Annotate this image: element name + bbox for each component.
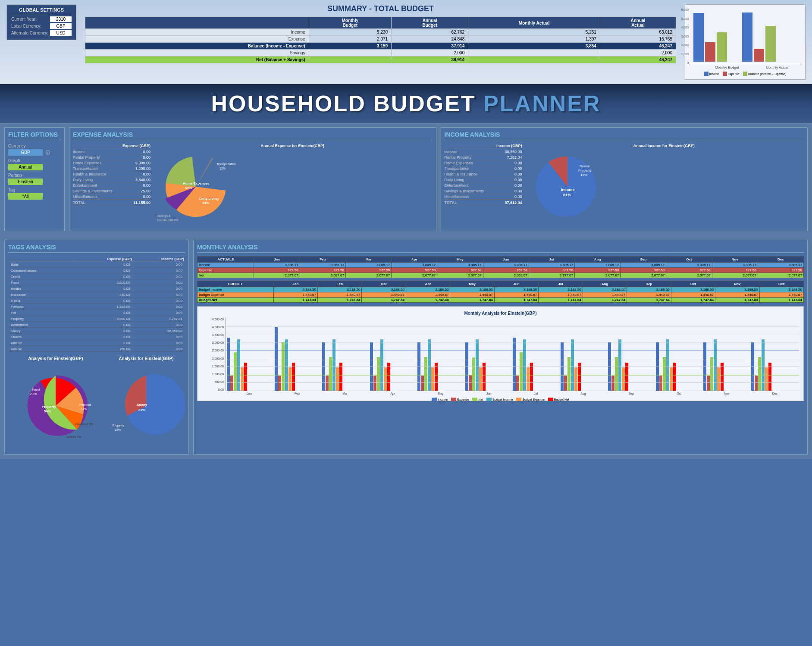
tag-expense-cell: 0.00: [75, 310, 132, 316]
month-feb-bars: [275, 327, 322, 391]
actuals-expense-row: Expense 927.50927.50927.50927.50927.5095…: [198, 268, 804, 273]
current-year-value: 2010: [50, 16, 72, 22]
income-monthly-budget: 5,230: [309, 29, 392, 36]
mar-expense-bar: [326, 376, 329, 391]
svg-text:Food: Food: [32, 388, 40, 392]
tag-expense-cell: 0.00: [75, 274, 132, 279]
x-mar: Mar: [342, 392, 348, 395]
nov-budget-net-bar: [721, 363, 724, 391]
actuals-aug: Aug: [574, 257, 620, 263]
tags-analysis-panel: TAGS ANALYSIS Expense (GBP) Income (GBP)…: [4, 240, 189, 455]
expense-savings-row: Savings & Investments25.00: [73, 188, 150, 194]
tags-table-row: Property 6,000.00 7,262.04: [9, 317, 184, 322]
month-mar-bars: [322, 339, 370, 391]
may-income-bar: [417, 342, 420, 391]
sep-net-bar: [615, 357, 618, 391]
person-filter: Person Einstein: [8, 173, 61, 185]
balance-bar-actual: [765, 26, 776, 62]
tags-income-pie: Analysis for Einstein(GBP) Salary 81% Pr…: [107, 356, 185, 451]
income-bar-fill: [693, 13, 704, 62]
actuals-jan: Jan: [254, 257, 300, 263]
tag-income-cell: 0.00: [133, 274, 184, 279]
svg-text:Vehicle 7%: Vehicle 7%: [66, 436, 82, 439]
local-currency-row: Local Currency: GBP: [11, 23, 72, 29]
income-analysis-panel: INCOME ANALYSIS Income (GBP) Income30,35…: [441, 127, 808, 231]
x-jan: Jan: [247, 392, 252, 395]
mar-budget-expense-bar: [336, 367, 339, 391]
oct-budget-net-bar: [673, 363, 676, 391]
mar-budget-income-bar: [332, 339, 335, 391]
person-label: Person: [8, 173, 61, 178]
expense-bar-fill: [705, 42, 715, 62]
budget-jun: Jun: [494, 281, 538, 287]
income-health-row: Health & Insurance0.00: [445, 172, 522, 177]
tag-income-cell: 0.00: [133, 310, 184, 316]
month-may-bars: [417, 339, 465, 391]
income-bar-monthly: [693, 13, 704, 62]
current-year-label: Current Year:: [11, 17, 50, 22]
budget-jul: Jul: [539, 281, 583, 287]
feb-expense-bar: [278, 376, 281, 391]
y-label-4000: 4,000: [674, 26, 689, 29]
budget-aug: Aug: [583, 281, 627, 287]
svg-text:Daily Living: Daily Living: [199, 197, 219, 201]
tag-expense-cell: 0.00: [75, 262, 132, 267]
budget-nov: Nov: [715, 281, 759, 287]
budget-expense-row: Budget Expense 1,440.671,440.671,440.671…: [198, 292, 804, 298]
actuals-expense-label: Expense: [198, 268, 254, 273]
graph-value[interactable]: Annual: [8, 164, 43, 170]
x-may: May: [438, 392, 443, 395]
main-analysis-row: FILTER OPTIONS Currency GBP ⓘ Graph Annu…: [0, 123, 812, 235]
currency-value[interactable]: GBP: [8, 149, 43, 156]
income-home-row: Home Expenses0.00: [445, 160, 522, 166]
tag-value[interactable]: *All: [8, 193, 43, 200]
expense-annual-budget: 24,848: [392, 36, 468, 43]
legend-budget-net-monthly: Budget Net: [548, 398, 569, 401]
y-4500: 4,500.00: [212, 318, 224, 321]
may-budget-income-bar: [428, 339, 431, 391]
budget-table: BUDGET Jan Feb Mar Apr May Jun Jul Aug S…: [197, 281, 804, 303]
tags-table-row: Salary 0.00 30,350.00: [9, 329, 184, 334]
legend-net-monthly: Net: [472, 398, 483, 401]
may-expense-bar: [421, 376, 424, 391]
bottom-section: TAGS ANALYSIS Expense (GBP) Income (GBP)…: [0, 235, 812, 459]
legend-budget-income-monthly: Budget Income: [486, 398, 513, 401]
y-1000: 1,000.00: [212, 373, 224, 376]
svg-text:Investments 0%: Investments 0%: [157, 219, 179, 222]
budget-income-label: Budget Income: [198, 287, 274, 292]
y-label-1000: 1,000: [674, 53, 689, 56]
sep-budget-net-bar: [625, 363, 628, 391]
tag-name-cell: Utilities: [9, 341, 75, 346]
tags-income-pie-svg: Salary 81% Property 19%: [107, 363, 185, 449]
jul-income-bar: [513, 338, 516, 391]
svg-text:Insurance 5%: Insurance 5%: [75, 423, 94, 426]
expense-transport-row: Transportation1,290.00: [73, 166, 150, 172]
actuals-net-label: Net: [198, 273, 254, 278]
apr-expense-bar: [373, 376, 376, 391]
feb-budget-net-bar: [292, 363, 295, 391]
tags-table-row: Media 0.00 0.00: [9, 298, 184, 304]
income-col-header: Income (GBP): [445, 144, 522, 148]
tag-name-cell: Salary: [9, 329, 75, 334]
balance-monthly-actual: 3,854: [468, 43, 600, 50]
tag-income-cell: 0.00: [133, 304, 184, 310]
title-banner: HOUSEHOLD BUDGET PLANNER: [0, 84, 812, 123]
tag-expense-cell: 0.00: [75, 329, 132, 334]
expense-daily-row: Daily Living3,840.00: [73, 177, 150, 183]
top-section: GLOBAL SETTINGS Current Year: 2010 Local…: [0, 0, 812, 84]
tags-expense-pie-svg: Property 54% Food 23% Personal 11% Insur…: [8, 363, 103, 449]
tags-table: Expense (GBP) Income (GBP) Bank 0.00 0.0…: [8, 256, 185, 353]
tag-name-cell: Communications: [9, 268, 75, 273]
income-daily-row: Daily Living0.00: [445, 177, 522, 183]
tags-table-row: Retirement 0.00 0.00: [9, 323, 184, 328]
svg-text:Personal: Personal: [79, 403, 91, 406]
svg-text:12%: 12%: [219, 167, 226, 170]
actuals-income-row: Income 3,305.173,955.173,005.173,005.173…: [198, 263, 804, 268]
x-apr: Apr: [390, 392, 395, 395]
person-value[interactable]: Einstein: [8, 179, 43, 185]
global-settings-title: GLOBAL SETTINGS: [11, 7, 72, 14]
tag-expense-cell: 6,000.00: [75, 317, 132, 322]
tags-pie-area: Analysis for Einstein(GBP) Property 54%: [8, 356, 185, 451]
summary-table: MonthlyBudget AnnualBudget Monthly Actua…: [85, 17, 676, 63]
global-settings-panel: GLOBAL SETTINGS Current Year: 2010 Local…: [6, 4, 76, 40]
